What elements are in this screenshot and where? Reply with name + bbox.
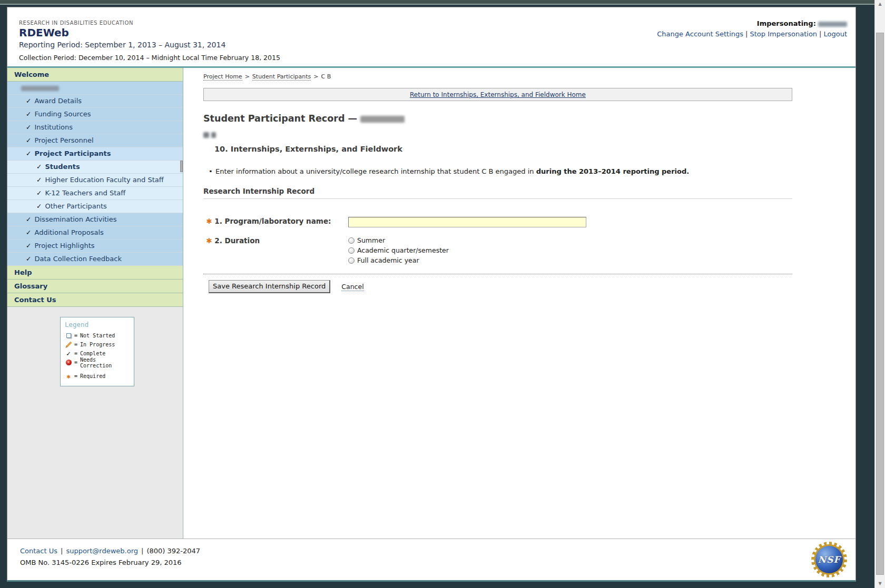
nsf-logo: NSF	[811, 542, 847, 577]
sidebar-item-award-details[interactable]: Award Details	[7, 95, 183, 108]
scroll-up-arrow-icon[interactable]: ▲	[875, 0, 885, 8]
legend-item-not-started: = Not Started	[65, 331, 130, 340]
breadcrumb: Project Home>Student Participants>C B	[203, 73, 792, 80]
sidebar-item-project-participants[interactable]: Project Participants	[7, 147, 183, 161]
radio-option-full-academic-year[interactable]: Full academic year	[348, 256, 449, 264]
page-header: RESEARCH IN DISABILITIES EDUCATION RDEWe…	[7, 7, 856, 66]
check-icon	[26, 240, 31, 252]
duration-radio-group: Summer Academic quarter/semester Full ac…	[348, 236, 449, 264]
sidebar-item-institutions[interactable]: Institutions	[7, 121, 183, 134]
program-name-input[interactable]	[348, 217, 586, 227]
stop-impersonation-link[interactable]: Stop Impersonation	[750, 30, 817, 38]
browser-scrollbar[interactable]: ▲ ▼	[874, 0, 885, 588]
check-icon	[26, 121, 31, 134]
check-icon	[26, 147, 31, 160]
check-icon	[26, 134, 31, 147]
change-account-settings-link[interactable]: Change Account Settings	[657, 30, 743, 38]
radio-button-icon[interactable]	[348, 257, 355, 264]
sidebar-item-contact-us[interactable]: Contact Us	[7, 293, 183, 307]
redacted-impersonated-user	[818, 22, 847, 27]
link-separator: |	[819, 30, 821, 38]
legend-item-in-progress: = In Progress	[65, 340, 130, 349]
radio-option-summer[interactable]: Summer	[348, 236, 449, 244]
pencil-icon	[65, 341, 72, 348]
check-icon	[26, 95, 31, 107]
sidebar-item-award-number-redacted[interactable]	[7, 82, 183, 95]
footer-email-link[interactable]: support@rdeweb.org	[66, 547, 138, 555]
square-icon	[65, 333, 72, 338]
legend-title: Legend	[65, 321, 130, 328]
sidebar-item-funding-sources[interactable]: Funding Sources	[7, 108, 183, 121]
sidebar-item-glossary[interactable]: Glossary	[7, 280, 183, 293]
sidebar-item-other-participants[interactable]: Other Participants	[7, 200, 183, 213]
link-separator: |	[745, 30, 748, 38]
account-area: Impersonating: Change Account Settings|S…	[657, 18, 847, 39]
form-separator	[203, 274, 792, 274]
scrollbar-thumb[interactable]	[876, 33, 884, 575]
sidebar-item-students[interactable]: Students	[7, 161, 183, 174]
page-sheet: RESEARCH IN DISABILITIES EDUCATION RDEWe…	[7, 7, 856, 582]
error-icon	[65, 360, 72, 365]
window-top-edge	[0, 0, 874, 5]
radio-button-icon[interactable]	[348, 237, 355, 244]
sidebar-item-project-personnel[interactable]: Project Personnel	[7, 134, 183, 147]
footer-phone: (800) 392-2047	[146, 547, 200, 555]
impersonating-line: Impersonating:	[657, 18, 847, 29]
page-footer: Contact Us|support@rdeweb.org|(800) 392-…	[7, 539, 856, 580]
sidebar-item-additional-proposals[interactable]: Additional Proposals	[7, 226, 183, 240]
breadcrumb-current: C B	[321, 73, 331, 80]
bullet-icon	[209, 167, 215, 175]
sidebar-item-k12-teachers[interactable]: K-12 Teachers and Staff	[7, 187, 183, 200]
page-title: Student Participant Record —	[203, 113, 792, 124]
legend-item-needs-correction: = Needs Correction	[65, 358, 130, 367]
app-title: RDEWeb	[19, 26, 69, 39]
check-icon	[26, 213, 31, 226]
return-to-internships-link[interactable]: Return to Internships, Externships, and …	[410, 91, 586, 98]
sidebar-item-data-collection-feedback[interactable]: Data Collection Feedback	[7, 253, 183, 266]
sidebar-item-higher-education-faculty[interactable]: Higher Education Faculty and Staff	[7, 174, 183, 187]
reporting-period: Reporting Period: September 1, 2013 – Au…	[19, 41, 225, 49]
check-icon	[36, 174, 42, 186]
account-links: Change Account Settings|Stop Impersonati…	[657, 29, 847, 39]
scroll-down-arrow-icon[interactable]: ▼	[875, 580, 885, 588]
check-icon	[65, 350, 72, 357]
program-eyebrow: RESEARCH IN DISABILITIES EDUCATION	[19, 20, 133, 26]
required-asterisk-icon	[206, 217, 212, 225]
save-research-internship-button[interactable]: Save Research Internship Record	[209, 280, 330, 293]
sidebar-item-help[interactable]: Help	[7, 266, 183, 280]
check-icon	[36, 161, 42, 173]
footer-contact-us-link[interactable]: Contact Us	[20, 547, 57, 555]
cancel-link[interactable]: Cancel	[341, 283, 363, 291]
radio-option-academic-quarter[interactable]: Academic quarter/semester	[348, 246, 449, 254]
breadcrumb-project-home[interactable]: Project Home	[203, 73, 242, 81]
redacted-award-number	[21, 86, 59, 91]
nsf-logo-globe: NSF	[815, 546, 843, 573]
breadcrumb-student-participants[interactable]: Student Participants	[252, 73, 311, 81]
footer-omb-line: OMB No. 3145-0226 Expires February 29, 2…	[20, 559, 182, 566]
sidebar-item-welcome[interactable]: Welcome	[7, 68, 183, 82]
legend-item-required: = Required	[65, 372, 130, 381]
section-title: 10. Internships, Externships, and Fieldw…	[214, 145, 792, 153]
sidebar-filler: Legend = Not Started = In Progress	[7, 307, 183, 539]
required-asterisk-icon	[206, 236, 212, 245]
logout-link[interactable]: Logout	[823, 30, 847, 38]
sidebar-item-dissemination-activities[interactable]: Dissemination Activities	[7, 213, 183, 226]
sidebar-nav: Welcome Award Details Funding Sources In…	[7, 68, 183, 539]
check-icon	[26, 226, 31, 239]
instruction-bullet: Enter information about a university/col…	[209, 167, 792, 175]
asterisk-icon	[65, 373, 72, 380]
return-home-bar: Return to Internships, Externships, and …	[203, 88, 792, 101]
check-icon	[26, 108, 31, 121]
duration-label: 2. Duration	[203, 236, 348, 264]
redacted-student-name	[360, 116, 405, 123]
check-icon	[36, 187, 42, 200]
nav-scrollbar-thumb[interactable]	[180, 161, 183, 172]
footer-contact-line: Contact Us|support@rdeweb.org|(800) 392-…	[20, 547, 200, 555]
form-row-duration: 2. Duration Summer Academic quarter/seme…	[203, 236, 792, 264]
instruction-text: Enter information about a university/col…	[215, 167, 689, 175]
sidebar-item-project-highlights[interactable]: Project Highlights	[7, 240, 183, 253]
radio-button-icon[interactable]	[348, 247, 355, 254]
form-row-program-name: 1. Program/laboratory name:	[203, 217, 792, 227]
check-icon	[26, 253, 31, 265]
record-heading: Research Internship Record	[203, 187, 792, 199]
